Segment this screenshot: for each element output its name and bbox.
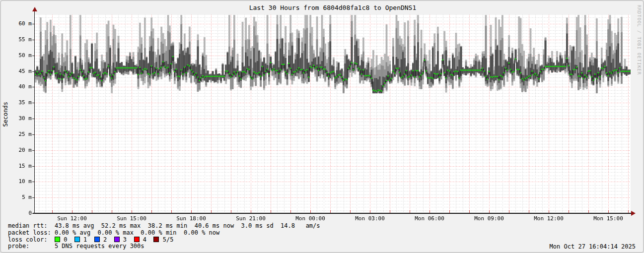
y-tick-mark [32, 166, 35, 167]
legend-block: median rtt: 43.8 ms avg 52.2 ms max 38.2… [8, 223, 320, 250]
y-tick-label: 25 m [8, 131, 32, 137]
x-tick-label: Mon 15:00 [586, 215, 631, 222]
rrdtool-graph-frame: Last 30 Hours from 6804d08fa1c8 to OpenD… [0, 0, 644, 253]
loss-level-value: 4 [140, 236, 154, 243]
loss-color-swatches: 0 1 2 3 4 5/5 [55, 236, 181, 243]
y-tick-label: 5 m [8, 194, 32, 200]
loss-level-swatch [134, 237, 140, 242]
loss-level-value: 3 [120, 236, 134, 243]
y-tick-mark [32, 40, 35, 40]
chart-title: Last 30 Hours from 6804d08fa1c8 to OpenD… [35, 4, 631, 11]
rrdtool-watermark: RRDTOOL / TOBI OETIKER [637, 5, 642, 75]
y-tick-mark [32, 197, 35, 198]
x-axis-arrow-icon [631, 211, 636, 216]
y-tick-mark [32, 213, 35, 214]
y-tick-label: 35 m [8, 99, 32, 106]
loss-color-line: loss color: 0 1 2 3 4 5/5 [8, 237, 320, 244]
y-tick-label: 55 m [8, 36, 32, 43]
y-tick-label: 60 m [8, 20, 32, 27]
loss-level-value: 1 [80, 236, 94, 243]
generation-timestamp: Mon Oct 27 16:04:14 2025 [550, 243, 636, 250]
smoke-plot-canvas [35, 15, 631, 213]
loss-level-swatch [114, 237, 120, 242]
loss-level-value: 0 [60, 236, 74, 243]
packet-loss-line: packet loss: 0.00 % avg 0.00 % max 0.00 … [8, 230, 320, 237]
x-tick-label: Mon 06:00 [407, 215, 452, 222]
x-axis-line [33, 213, 632, 214]
y-axis-line [34, 10, 35, 214]
x-tick-label: Mon 00:00 [288, 215, 333, 222]
y-tick-label: 40 m [8, 83, 32, 90]
y-tick-label: 0 [8, 210, 32, 216]
loss-level-swatch [74, 237, 80, 242]
y-tick-mark [32, 134, 35, 135]
loss-level-swatch [55, 237, 60, 242]
x-tick-label: Sun 12:00 [50, 215, 94, 222]
x-tick-label: Sun 18:00 [169, 215, 214, 222]
y-tick-label: 15 m [8, 163, 32, 169]
y-tick-mark [32, 24, 35, 24]
y-tick-label: 45 m [8, 68, 32, 74]
y-tick-label: 20 m [8, 147, 32, 153]
median-rtt-line: median rtt: 43.8 ms avg 52.2 ms max 38.2… [8, 223, 320, 230]
y-tick-label: 50 m [8, 52, 32, 59]
loss-color-label: loss color: [8, 236, 55, 243]
x-tick-label: Mon 12:00 [526, 215, 571, 222]
y-tick-mark [32, 182, 35, 182]
y-tick-mark [32, 103, 35, 103]
loss-level-value: 2 [100, 236, 114, 243]
y-axis-arrow-icon [32, 7, 37, 11]
x-tick-label: Sun 21:00 [228, 215, 273, 222]
x-tick-label: Mon 03:00 [348, 215, 392, 222]
loss-level-value: 5/5 [159, 236, 180, 243]
x-tick-label: Sun 15:00 [109, 215, 154, 222]
y-tick-mark [32, 56, 35, 56]
x-tick-label: Mon 09:00 [467, 215, 511, 222]
y-tick-mark [32, 87, 35, 87]
y-tick-mark [32, 119, 35, 119]
y-tick-label: 30 m [8, 115, 32, 122]
probe-line: probe: 5 DNS requests every 300s [8, 243, 320, 250]
loss-level-swatch [94, 237, 100, 242]
y-tick-mark [32, 71, 35, 72]
loss-level-swatch [153, 237, 159, 242]
y-tick-label: 10 m [8, 178, 32, 185]
y-tick-mark [32, 150, 35, 151]
